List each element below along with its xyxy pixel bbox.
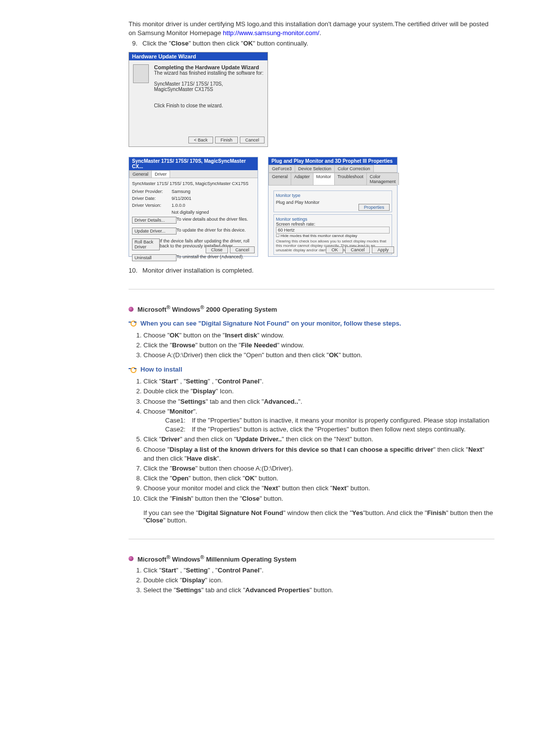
signature-note: If you can see the "Digital Signature No… (143, 509, 494, 524)
signature-steps: Choose "OK" button on the "Insert disk" … (129, 331, 494, 360)
bullet-icon (129, 556, 134, 561)
back-button: < Back (188, 137, 213, 143)
cancel-button: Cancel (230, 246, 255, 253)
finish-button: Finish (215, 137, 238, 143)
install-steps: Click "Start" , "Setting" , "Control Pan… (129, 377, 494, 503)
driver-properties-screenshot: SyncMaster 171S/ 175S/ 170S, MagicSyncMa… (129, 157, 258, 257)
cancel-button: Cancel (345, 246, 370, 253)
close-button: Close (206, 246, 228, 253)
cancel-button: Cancel (240, 137, 265, 143)
step-9: 9. Click the "Close" button then click "… (129, 40, 494, 47)
sub-icon (129, 366, 136, 373)
winme-heading: Microsoft® Windows® Millennium Operating… (129, 554, 494, 563)
sub-icon (129, 320, 136, 327)
monitor-properties-screenshot: Plug and Play Monitor and 3D Prophet III… (268, 157, 398, 257)
apply-button: Apply (372, 246, 394, 253)
subheader-how-to-install: How to install (129, 366, 494, 373)
ok-button: OK (326, 246, 343, 253)
samsung-link[interactable]: http://www.samsung-monitor.com/ (223, 29, 319, 37)
win2000-heading: Microsoft® Windows® 2000 Operating Syste… (129, 304, 494, 313)
winme-steps: Click "Start" , "Setting" , "Control Pan… (129, 566, 494, 595)
hardware-update-wizard-screenshot: Hardware Update Wizard Completing the Ha… (129, 52, 268, 147)
intro-text: This monitor driver is under certifying … (129, 20, 494, 38)
wizard-icon (133, 64, 149, 83)
bullet-icon (129, 307, 134, 312)
subheader-digital-signature: When you can see "Digital Signature Not … (129, 320, 494, 327)
